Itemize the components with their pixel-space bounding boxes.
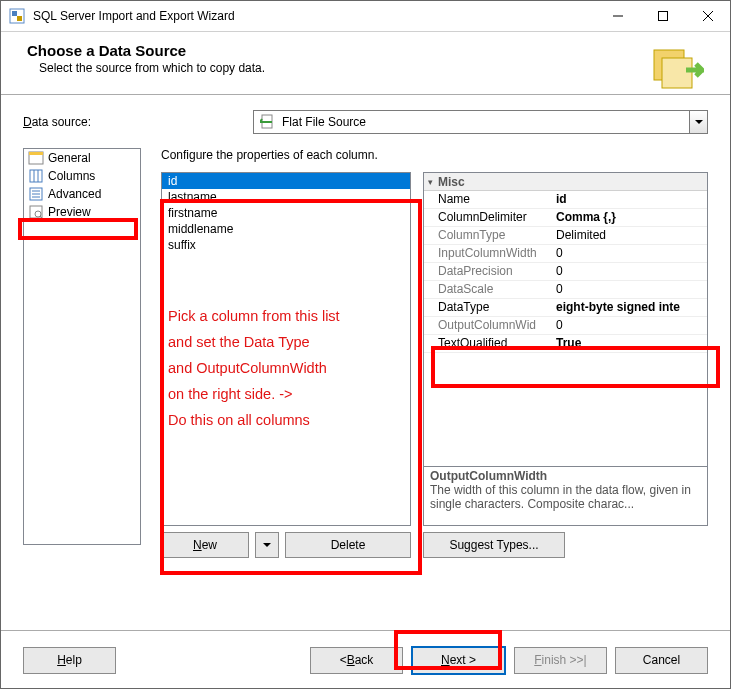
property-key: DataScale: [436, 281, 556, 298]
column-item[interactable]: suffix: [162, 237, 410, 253]
property-key: ColumnType: [436, 227, 556, 244]
property-value[interactable]: Delimited: [556, 227, 707, 244]
nav-icon: [28, 150, 44, 166]
back-button[interactable]: < Back: [310, 647, 403, 674]
property-row[interactable]: DataTypeeight-byte signed inte: [424, 299, 707, 317]
property-key: OutputColumnWid: [436, 317, 556, 334]
nav-item-columns[interactable]: Columns: [24, 167, 140, 185]
maximize-button[interactable]: [640, 2, 685, 31]
property-row[interactable]: TextQualifiedTrue: [424, 335, 707, 353]
property-key: Name: [436, 191, 556, 208]
cancel-button[interactable]: Cancel: [615, 647, 708, 674]
column-item[interactable]: middlename: [162, 221, 410, 237]
side-nav: GeneralColumnsAdvancedPreview: [23, 148, 141, 545]
nav-item-preview[interactable]: Preview: [24, 203, 140, 221]
help-button[interactable]: Help: [23, 647, 116, 674]
column-item[interactable]: firstname: [162, 205, 410, 221]
page-header: Choose a Data Source Select the source f…: [1, 32, 730, 96]
nav-icon: [28, 204, 44, 220]
titlebar: SQL Server Import and Export Wizard: [1, 1, 730, 32]
column-item[interactable]: id: [162, 173, 410, 189]
property-key: TextQualified: [436, 335, 556, 352]
property-category[interactable]: ▾ Misc: [424, 173, 707, 191]
data-source-combo[interactable]: Flat File Source: [253, 110, 708, 134]
wizard-window: SQL Server Import and Export Wizard Choo…: [0, 0, 731, 689]
property-value[interactable]: True: [556, 335, 707, 352]
property-row[interactable]: Nameid: [424, 191, 707, 209]
nav-item-general[interactable]: General: [24, 149, 140, 167]
svg-rect-13: [30, 170, 42, 182]
property-help-text: The width of this column in the data flo…: [430, 483, 701, 511]
property-value[interactable]: 0: [556, 245, 707, 262]
property-row[interactable]: DataScale0: [424, 281, 707, 299]
property-key: DataPrecision: [436, 263, 556, 280]
page-subtitle: Select the source from which to copy dat…: [39, 61, 648, 75]
flatfile-icon: [260, 114, 276, 130]
property-help-title: OutputColumnWidth: [430, 469, 701, 483]
page-title: Choose a Data Source: [27, 42, 648, 59]
property-key: ColumnDelimiter: [436, 209, 556, 226]
property-value[interactable]: Comma {,}: [556, 209, 707, 226]
property-value[interactable]: eight-byte signed inte: [556, 299, 707, 316]
property-grid[interactable]: ▾ Misc NameidColumnDelimiterComma {,}Col…: [423, 172, 708, 467]
body: Data source: Flat File Source GeneralCol…: [1, 96, 730, 558]
new-button[interactable]: New: [161, 532, 249, 558]
data-source-value: Flat File Source: [282, 115, 689, 129]
svg-rect-4: [658, 12, 667, 21]
property-row[interactable]: OutputColumnWid0: [424, 317, 707, 335]
property-row[interactable]: DataPrecision0: [424, 263, 707, 281]
collapse-icon[interactable]: ▾: [424, 177, 436, 187]
footer: Help < Back Next > Finish >>| Cancel: [1, 630, 730, 688]
svg-rect-1: [12, 11, 17, 16]
column-list[interactable]: idlastnamefirstnamemiddlenamesuffixPick …: [161, 172, 411, 526]
chevron-down-icon[interactable]: [689, 111, 707, 133]
delete-button[interactable]: Delete: [285, 532, 411, 558]
data-source-row: Data source: Flat File Source: [23, 110, 708, 134]
svg-marker-10: [695, 120, 703, 124]
property-value[interactable]: 0: [556, 263, 707, 280]
annotation-overlay: Pick a column from this listand set the …: [168, 303, 340, 433]
property-help: OutputColumnWidth The width of this colu…: [423, 467, 708, 526]
window-title: SQL Server Import and Export Wizard: [33, 9, 595, 23]
new-dropdown-button[interactable]: [255, 532, 279, 558]
property-row[interactable]: InputColumnWidth0: [424, 245, 707, 263]
finish-button[interactable]: Finish >>|: [514, 647, 607, 674]
property-value[interactable]: 0: [556, 281, 707, 298]
svg-rect-2: [17, 16, 22, 21]
suggest-types-button[interactable]: Suggest Types...: [423, 532, 565, 558]
property-row[interactable]: ColumnDelimiterComma {,}: [424, 209, 707, 227]
property-row[interactable]: ColumnTypeDelimited: [424, 227, 707, 245]
svg-marker-23: [263, 543, 271, 547]
nav-icon: [28, 186, 44, 202]
property-value[interactable]: 0: [556, 317, 707, 334]
column-item[interactable]: lastname: [162, 189, 410, 205]
data-source-label: Data source:: [23, 115, 253, 129]
instruction-text: Configure the properties of each column.: [161, 148, 708, 162]
property-key: DataType: [436, 299, 556, 316]
nav-icon: [28, 168, 44, 184]
property-key: InputColumnWidth: [436, 245, 556, 262]
svg-rect-8: [662, 58, 692, 88]
minimize-button[interactable]: [595, 2, 640, 31]
wizard-icon: [648, 42, 704, 90]
nav-item-advanced[interactable]: Advanced: [24, 185, 140, 203]
svg-rect-12: [29, 152, 43, 155]
next-button[interactable]: Next >: [411, 646, 506, 675]
property-value[interactable]: id: [556, 191, 707, 208]
app-icon: [9, 8, 25, 24]
close-button[interactable]: [685, 2, 730, 31]
